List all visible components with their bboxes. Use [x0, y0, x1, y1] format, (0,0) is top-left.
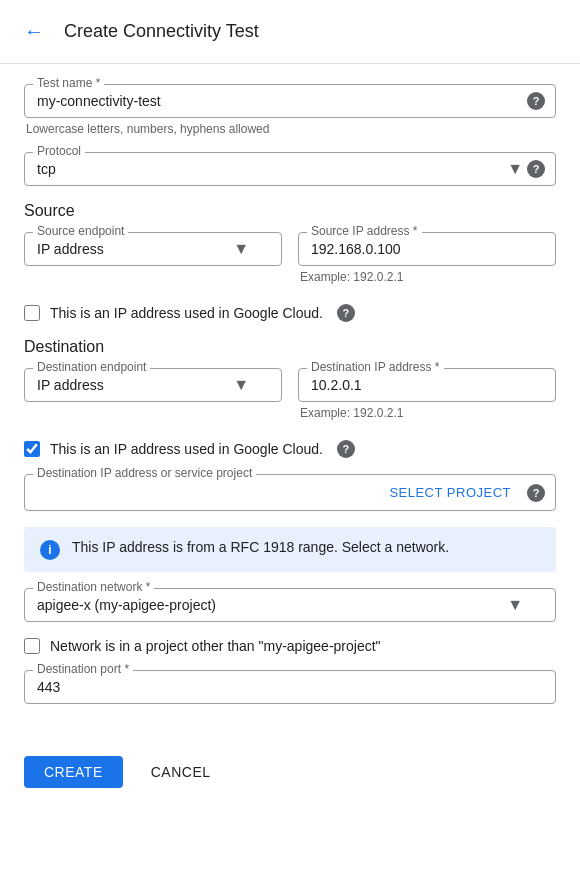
service-project-wrapper: Destination IP address or service projec… — [24, 474, 556, 511]
destination-endpoint-wrapper: Destination endpoint IP address VM insta… — [24, 368, 282, 402]
cancel-button[interactable]: CANCEL — [131, 756, 231, 788]
source-section-title: Source — [24, 202, 556, 220]
create-button[interactable]: CREATE — [24, 756, 123, 788]
back-button[interactable]: ← — [20, 16, 48, 47]
destination-port-group: Destination port — [24, 670, 556, 704]
destination-network-select[interactable]: apigee-x (my-apigee-project) — [37, 597, 519, 613]
test-name-group: Test name ? Lowercase letters, numbers, … — [24, 84, 556, 136]
destination-endpoint-group: Destination endpoint IP address VM insta… — [24, 368, 282, 402]
destination-endpoint-label: Destination endpoint — [33, 360, 150, 374]
destination-port-input[interactable] — [37, 679, 519, 695]
source-fields-row: Source endpoint IP address VM instance C… — [24, 232, 556, 300]
info-banner: i This IP address is from a RFC 1918 ran… — [24, 527, 556, 572]
source-endpoint-col: Source endpoint IP address VM instance C… — [24, 232, 282, 300]
service-project-label: Destination IP address or service projec… — [33, 466, 256, 480]
source-endpoint-wrapper: Source endpoint IP address VM instance C… — [24, 232, 282, 266]
protocol-help-icon[interactable]: ? — [527, 160, 545, 178]
destination-ip-hint: Example: 192.0.2.1 — [298, 406, 556, 420]
info-banner-text: This IP address is from a RFC 1918 range… — [72, 539, 449, 555]
destination-endpoint-col: Destination endpoint IP address VM insta… — [24, 368, 282, 436]
protocol-select[interactable]: tcp udp icmp — [37, 161, 519, 177]
test-name-wrapper: Test name ? — [24, 84, 556, 118]
protocol-group: Protocol tcp udp icmp ▼ ? — [24, 152, 556, 186]
service-project-help-icon[interactable]: ? — [527, 484, 545, 502]
header: ← Create Connectivity Test — [0, 0, 580, 64]
main-content: Test name ? Lowercase letters, numbers, … — [0, 64, 580, 740]
destination-ip-col: Destination IP address Example: 192.0.2.… — [298, 368, 556, 436]
source-endpoint-group: Source endpoint IP address VM instance C… — [24, 232, 282, 266]
source-ip-hint: Example: 192.0.2.1 — [298, 270, 556, 284]
source-google-cloud-label: This is an IP address used in Google Clo… — [50, 305, 323, 321]
destination-network-wrapper: Destination network apigee-x (my-apigee-… — [24, 588, 556, 622]
destination-ip-group: Destination IP address Example: 192.0.2.… — [298, 368, 556, 420]
footer-buttons: CREATE CANCEL — [0, 740, 580, 812]
destination-network-label: Destination network — [33, 580, 154, 594]
destination-port-label: Destination port — [33, 662, 133, 676]
destination-google-cloud-help-icon[interactable]: ? — [337, 440, 355, 458]
destination-ip-wrapper: Destination IP address — [298, 368, 556, 402]
source-ip-group: Source IP address Example: 192.0.2.1 — [298, 232, 556, 284]
other-project-label: Network is in a project other than "my-a… — [50, 638, 381, 654]
info-icon: i — [40, 540, 60, 560]
source-ip-wrapper: Source IP address — [298, 232, 556, 266]
destination-port-wrapper: Destination port — [24, 670, 556, 704]
source-endpoint-select[interactable]: IP address VM instance Cloud SQL instanc… — [37, 241, 245, 257]
source-google-cloud-checkbox[interactable] — [24, 305, 40, 321]
destination-section-title: Destination — [24, 338, 556, 356]
test-name-input[interactable] — [37, 93, 519, 109]
source-google-cloud-row: This is an IP address used in Google Clo… — [24, 304, 556, 322]
source-ip-label: Source IP address — [307, 224, 422, 238]
source-ip-col: Source IP address Example: 192.0.2.1 — [298, 232, 556, 300]
page-title: Create Connectivity Test — [64, 21, 259, 42]
test-name-hint: Lowercase letters, numbers, hyphens allo… — [24, 122, 556, 136]
destination-google-cloud-label: This is an IP address used in Google Clo… — [50, 441, 323, 457]
back-icon: ← — [24, 20, 44, 43]
other-project-checkbox[interactable] — [24, 638, 40, 654]
source-google-cloud-help-icon[interactable]: ? — [337, 304, 355, 322]
source-ip-input[interactable] — [311, 241, 519, 257]
destination-endpoint-select[interactable]: IP address VM instance Cloud SQL instanc… — [37, 377, 245, 393]
destination-fields-row: Destination endpoint IP address VM insta… — [24, 368, 556, 436]
protocol-label: Protocol — [33, 144, 85, 158]
destination-google-cloud-checkbox[interactable] — [24, 441, 40, 457]
test-name-label: Test name — [33, 76, 104, 90]
destination-ip-input[interactable] — [311, 377, 519, 393]
other-project-row: Network is in a project other than "my-a… — [24, 638, 556, 654]
test-name-help-icon[interactable]: ? — [527, 92, 545, 110]
destination-google-cloud-row: This is an IP address used in Google Clo… — [24, 440, 556, 458]
destination-ip-label: Destination IP address — [307, 360, 444, 374]
protocol-wrapper: Protocol tcp udp icmp ▼ ? — [24, 152, 556, 186]
source-endpoint-label: Source endpoint — [33, 224, 128, 238]
select-project-button[interactable]: SELECT PROJECT — [389, 485, 511, 500]
destination-network-group: Destination network apigee-x (my-apigee-… — [24, 588, 556, 622]
